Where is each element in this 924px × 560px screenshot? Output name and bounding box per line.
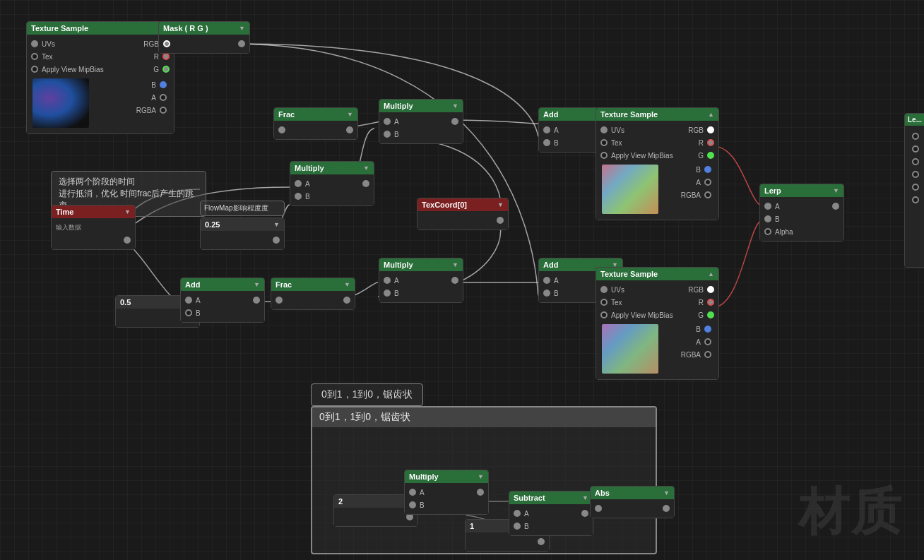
add-3-node: Add ▼ A B [180,278,265,323]
lerp-b-pin[interactable] [764,215,771,222]
ts3-tex-pin[interactable] [600,299,608,306]
lex-pin-5[interactable] [912,184,919,191]
lex-pin-4[interactable] [912,171,919,178]
ts3-rgb-pin[interactable] [707,286,714,293]
multiply-3-b-pin[interactable] [384,290,391,297]
multiply-1-b-pin[interactable] [384,131,391,138]
frac-2-output-pin[interactable] [343,297,350,304]
ts2-r-pin[interactable] [707,139,714,146]
multiply-3-a-pin[interactable] [384,277,391,284]
sub-b-row: B [509,520,593,532]
multiply-2-node: Multiply ▼ A B [290,161,374,206]
add-1-a-pin[interactable] [543,126,550,133]
ts3-mip-pin[interactable] [600,311,608,318]
a-output-pin[interactable] [160,94,167,101]
frac-2-chevron[interactable]: ▼ [344,281,350,288]
sub-b-pin[interactable] [514,523,521,530]
ts2-rgb-pin[interactable] [707,126,714,133]
texture-sample-2-chevron[interactable]: ▲ [708,111,714,118]
multiply-2-b-row: B [290,190,374,203]
lex-pin-1[interactable] [912,133,919,140]
uvs-input-pin[interactable] [31,40,38,47]
sub-out-pin[interactable] [581,510,588,517]
lerp-a-label: A [775,203,780,210]
time-output-pin[interactable] [124,237,131,244]
texcoord-chevron[interactable]: ▼ [497,201,504,208]
ts2-a-pin[interactable] [704,179,711,186]
mb-a-pin[interactable] [409,489,416,496]
ts3-b-pin[interactable] [704,326,711,333]
abs-row [591,502,674,515]
texcoord-output-pin[interactable] [497,217,504,224]
multiply-2-chevron[interactable]: ▼ [363,165,369,172]
ts3-rgba-pin[interactable] [704,351,711,358]
multiply-1-out-pin[interactable] [451,118,458,125]
frac-2-header: Frac ▼ [271,278,355,291]
lerp-out-pin[interactable] [832,203,839,210]
lex-pin-3[interactable] [912,158,919,165]
frac-1-output-pin[interactable] [346,126,353,133]
val-025-output-pin[interactable] [273,237,280,244]
mask-rg-chevron[interactable]: ▼ [239,25,245,32]
ts2-b-pin[interactable] [704,166,711,173]
val-025-chevron[interactable]: ▼ [273,221,280,228]
ts2-tex-pin[interactable] [600,139,608,146]
ts2-rgba-pin[interactable] [704,191,711,198]
mb-b-pin[interactable] [409,501,416,508]
mask-output-pin[interactable] [238,40,245,47]
ts2-g-pin[interactable] [707,152,714,159]
ts3-g-pin[interactable] [707,311,714,318]
mask-input-pin[interactable] [163,40,170,47]
ts3-a-pin[interactable] [704,338,711,345]
abs-input-pin[interactable] [595,505,602,512]
multiply-3-chevron[interactable]: ▼ [452,261,458,268]
frac-1-chevron[interactable]: ▼ [347,111,353,118]
ts3-uvs-pin[interactable] [600,286,608,293]
lex-pin-6[interactable] [912,196,919,203]
add-1-title: Add [543,110,558,119]
lerp-alpha-pin[interactable] [764,228,771,235]
add-3-a-pin[interactable] [185,297,192,304]
subtract-chevron[interactable]: ▼ [582,494,588,501]
ts2-uvs-pin[interactable] [600,126,608,133]
mb-out-pin[interactable] [477,489,484,496]
abs-chevron[interactable]: ▼ [663,489,670,496]
multiply-bottom-chevron[interactable]: ▼ [478,473,484,480]
rgba-output-pin[interactable] [160,107,167,114]
add-3-chevron[interactable]: ▼ [254,281,260,288]
mipbias-input-pin[interactable] [31,66,38,73]
add-3-b-pin[interactable] [185,309,192,316]
tex-input-pin[interactable] [31,53,38,60]
abs-output-pin[interactable] [663,505,670,512]
multiply-1-title: Multiply [384,102,413,110]
add-3-out-pin[interactable] [253,297,260,304]
multiply-1-chevron[interactable]: ▼ [452,102,458,109]
lex-pin-2[interactable] [912,145,919,153]
add-2-a-pin[interactable] [543,277,550,284]
g-output-pin[interactable] [162,66,170,73]
val-025-body [201,231,284,249]
multiply-1-a-pin[interactable] [384,118,391,125]
frac-1-title: Frac [278,110,295,119]
frac-2-input-pin[interactable] [276,297,283,304]
multiply-2-b-pin[interactable] [295,193,302,200]
add-1-b-pin[interactable] [543,139,550,146]
frac-1-input-pin[interactable] [278,126,285,133]
multiply-2-a-pin[interactable] [295,180,302,187]
lerp-a-pin[interactable] [764,203,771,210]
add-2-b-pin[interactable] [543,290,550,297]
val-1-output [466,535,549,548]
val-1-output-pin[interactable] [538,538,545,545]
ts3-r-pin[interactable] [707,299,714,306]
r-output-pin[interactable] [162,53,170,60]
sub-a-pin[interactable] [514,510,521,517]
time-chevron[interactable]: ▼ [124,208,131,215]
multiply-3-out-pin[interactable] [451,277,458,284]
lerp-b-label: B [775,215,780,223]
lerp-chevron[interactable]: ▼ [833,187,839,194]
multiply-2-out-pin[interactable] [362,180,369,187]
texture-sample-3-chevron[interactable]: ▲ [708,270,714,278]
multiply-2-a-row: A [290,177,374,190]
ts2-mip-pin[interactable] [600,152,608,159]
b-output-pin[interactable] [160,81,167,88]
